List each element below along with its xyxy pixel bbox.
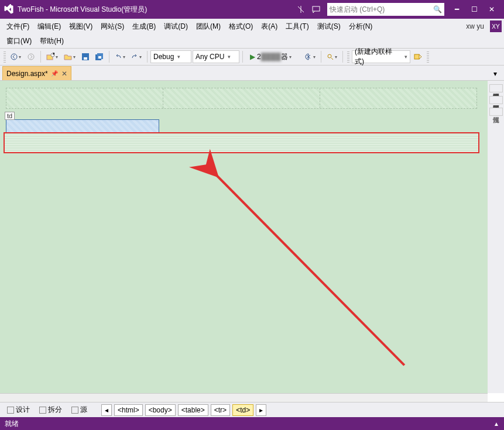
svg-text:✶: ✶ — [52, 53, 54, 58]
side-panel-well: 解决方案资源管理器 团队资源管理器 属性 — [488, 81, 504, 393]
menu-debug[interactable]: 调试(D) — [160, 20, 192, 33]
debug-target-prefix: 2 — [257, 53, 261, 61]
svg-rect-12 — [414, 54, 419, 59]
tab-close-icon[interactable]: ✕ — [61, 70, 67, 78]
undo-button[interactable] — [112, 50, 128, 63]
designer-canvas[interactable]: td — [0, 81, 488, 393]
user-avatar[interactable]: XY — [490, 20, 502, 32]
document-tab-label: Design.aspx* — [6, 70, 48, 78]
window-title: TwoFish - Microsoft Visual Studio(管理员) — [18, 5, 147, 15]
open-button[interactable] — [61, 50, 78, 63]
debug-target-blurred: ████ — [261, 53, 281, 61]
browser-link-button[interactable] — [303, 50, 318, 63]
signed-in-user[interactable]: xw yu — [462, 20, 488, 32]
editor-host: Design.aspx* 📌 ✕ ▾ td 解决方案资源管理器 团队资源管理器 … — [0, 66, 504, 417]
main-toolbar: ✶ Debug Any CPU 2 ████ 器 (新建内联样式) — [0, 48, 504, 66]
notifications-icon[interactable] — [293, 2, 308, 17]
crumb-prev-button[interactable]: ◂ — [101, 404, 112, 416]
document-tabstrip: Design.aspx* 📌 ✕ ▾ — [0, 66, 504, 81]
menu-view[interactable]: 视图(V) — [65, 20, 97, 33]
svg-point-11 — [328, 54, 331, 58]
nav-back-button[interactable] — [8, 50, 23, 63]
redo-button[interactable] — [129, 50, 144, 63]
save-button[interactable] — [79, 50, 92, 63]
maximize-button[interactable]: ☐ — [465, 0, 483, 19]
svg-point-1 — [11, 54, 17, 60]
breadcrumb-table[interactable]: <table> — [178, 404, 208, 416]
menu-bar: 文件(F) 编辑(E) 视图(V) 网站(S) 生成(B) 调试(D) 团队(M… — [0, 19, 504, 34]
title-bar: TwoFish - Microsoft Visual Studio(管理员) 🔍… — [0, 0, 504, 19]
horizontal-scrollbar[interactable] — [0, 393, 488, 402]
menu-edit[interactable]: 编辑(E) — [33, 20, 65, 33]
menu-window[interactable]: 窗口(W) — [2, 35, 36, 48]
platform-combo[interactable]: Any CPU — [193, 50, 239, 63]
style-combo[interactable]: (新建内联样式) — [352, 50, 410, 63]
breadcrumb-html[interactable]: <html> — [114, 404, 143, 416]
menu-team[interactable]: 团队(M) — [192, 20, 225, 33]
debug-target-suffix: 器 — [281, 52, 288, 62]
crumb-next-button[interactable]: ▸ — [256, 404, 266, 416]
find-button[interactable] — [324, 50, 340, 63]
search-icon[interactable]: 🔍 — [433, 5, 442, 13]
menu-analyze[interactable]: 分析(N) — [345, 20, 377, 33]
feedback-icon[interactable] — [308, 2, 324, 17]
designer-table-row1[interactable] — [6, 88, 477, 109]
quick-launch-input[interactable] — [330, 5, 433, 13]
breadcrumb-td[interactable]: <td> — [232, 404, 253, 416]
menu-website[interactable]: 网站(S) — [97, 20, 128, 33]
menu-file[interactable]: 文件(F) — [2, 20, 33, 33]
split-view-icon — [39, 407, 46, 414]
view-source-button[interactable]: 源 — [68, 404, 91, 416]
svg-line-13 — [214, 173, 404, 365]
style-target-button[interactable] — [412, 50, 424, 63]
side-tab-properties[interactable]: 属性 — [489, 108, 503, 116]
toolbar-grip[interactable] — [4, 51, 6, 63]
new-project-button[interactable]: ✶ — [44, 50, 60, 63]
status-text: 就绪 — [5, 419, 19, 429]
breadcrumb-body[interactable]: <body> — [145, 404, 176, 416]
quick-launch-box[interactable]: 🔍 — [327, 3, 444, 16]
status-notification-icon[interactable]: ▲ — [493, 421, 499, 427]
minimize-button[interactable]: ━ — [448, 0, 465, 19]
svg-rect-0 — [313, 6, 320, 11]
view-split-button[interactable]: 拆分 — [36, 404, 66, 416]
menu-bar-row2: 窗口(W) 帮助(H) — [0, 34, 504, 48]
annotation-highlight-box — [4, 132, 479, 153]
design-view-icon — [7, 407, 14, 414]
menu-tools[interactable]: 工具(T) — [282, 20, 313, 33]
close-button[interactable]: ✕ — [483, 0, 500, 19]
selection-tag-badge[interactable]: td — [5, 112, 15, 120]
tab-options-icon[interactable]: ▾ — [489, 67, 502, 80]
svg-point-2 — [28, 54, 34, 60]
svg-rect-10 — [98, 56, 101, 59]
svg-rect-7 — [84, 57, 87, 60]
menu-test[interactable]: 测试(S) — [313, 20, 345, 33]
menu-build[interactable]: 生成(B) — [128, 20, 160, 33]
source-view-icon — [71, 407, 78, 414]
menu-help[interactable]: 帮助(H) — [36, 35, 68, 48]
save-all-button[interactable] — [93, 50, 106, 63]
side-tab-solution-explorer[interactable]: 解决方案资源管理器 — [489, 84, 503, 92]
view-design-button[interactable]: 设计 — [4, 404, 33, 416]
start-debug-button[interactable]: 2 ████ 器 — [246, 50, 301, 63]
vs-logo-icon — [4, 4, 14, 15]
menu-table[interactable]: 表(A) — [257, 20, 282, 33]
tag-path-bar: 设计 拆分 源 ◂ <html> <body> <table> <tr> <td… — [0, 402, 504, 417]
menu-format[interactable]: 格式(O) — [225, 20, 257, 33]
nav-forward-button[interactable] — [25, 50, 37, 63]
side-tab-team-explorer[interactable]: 团队资源管理器 — [489, 96, 503, 104]
toolbar-grip-2[interactable] — [347, 51, 349, 63]
breadcrumb-tr[interactable]: <tr> — [211, 404, 230, 416]
toolbar-grip-3[interactable] — [427, 51, 429, 63]
pin-icon[interactable]: 📌 — [51, 70, 58, 77]
status-bar: 就绪 ▲ — [0, 417, 504, 430]
config-combo[interactable]: Debug — [150, 50, 191, 63]
document-tab-active[interactable]: Design.aspx* 📌 ✕ — [2, 66, 71, 80]
